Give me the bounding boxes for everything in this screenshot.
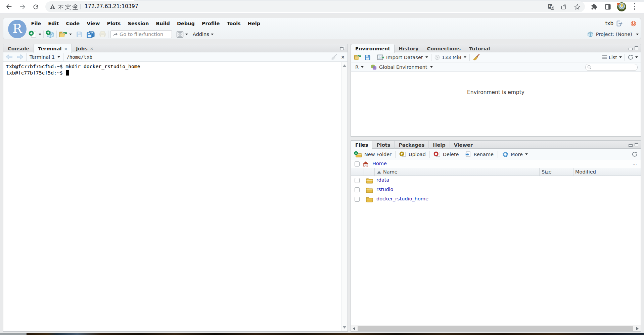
terminal-close-icon[interactable]: × xyxy=(341,54,345,60)
browser-menu-button[interactable] xyxy=(633,3,637,11)
share-icon[interactable] xyxy=(560,3,567,10)
maximize-panel-icon[interactable] xyxy=(635,143,638,146)
tab-jobs[interactable]: Jobs × xyxy=(72,44,98,53)
menu-profile[interactable]: Profile xyxy=(198,21,223,26)
refresh-environment-icon[interactable] xyxy=(628,54,634,60)
tab-help[interactable]: Help xyxy=(429,141,450,149)
new-project-button[interactable]: R xyxy=(46,30,54,38)
scroll-up-icon[interactable] xyxy=(343,64,346,67)
files-horizontal-scrollbar[interactable] xyxy=(351,325,641,331)
breadcrumb-home-link[interactable]: Home xyxy=(372,161,387,166)
tab-plots[interactable]: Plots xyxy=(372,141,395,149)
tab-console[interactable]: Console xyxy=(3,44,34,53)
tab-tutorial[interactable]: Tutorial xyxy=(465,44,494,53)
tab-jobs-close-icon[interactable]: × xyxy=(90,46,94,51)
clear-objects-icon[interactable] xyxy=(473,54,480,61)
file-link[interactable]: docker_rstudio_home xyxy=(376,196,428,201)
browser-back-button[interactable] xyxy=(4,2,14,11)
file-row-rstudio[interactable]: rstudio xyxy=(351,185,641,195)
menu-help[interactable]: Help xyxy=(244,21,264,26)
terminal-vertical-scrollbar[interactable] xyxy=(341,62,348,331)
menu-plots[interactable]: Plots xyxy=(103,21,124,26)
file-link[interactable]: rdata xyxy=(376,177,389,183)
menu-file[interactable]: File xyxy=(28,21,45,26)
terminal-forward-icon[interactable] xyxy=(16,54,24,60)
browser-side-panel-button[interactable] xyxy=(603,2,612,11)
sort-ascending-icon[interactable] xyxy=(377,171,381,174)
menu-build[interactable]: Build xyxy=(152,21,174,26)
load-workspace-icon[interactable] xyxy=(354,54,362,60)
language-selector[interactable]: R xyxy=(355,64,359,70)
environment-scope-button[interactable]: Global Environment xyxy=(377,64,432,70)
browser-forward-button[interactable] xyxy=(18,2,27,11)
new-file-button[interactable] xyxy=(29,31,41,38)
file-link[interactable]: rstudio xyxy=(376,187,394,192)
save-button[interactable] xyxy=(76,31,83,38)
terminal-back-icon[interactable] xyxy=(6,54,13,60)
list-view-label[interactable]: List xyxy=(609,55,617,60)
bookmark-star-icon[interactable] xyxy=(574,3,581,10)
browser-address-bar[interactable]: 172.27.63.21:10397 G xyxy=(45,1,585,12)
menu-code[interactable]: Code xyxy=(62,21,83,26)
tab-history[interactable]: History xyxy=(395,44,423,53)
goto-file-search[interactable] xyxy=(110,30,172,38)
maximize-panel-icon[interactable] xyxy=(635,46,638,50)
column-size[interactable]: Size xyxy=(542,169,552,175)
menu-edit[interactable]: Edit xyxy=(45,21,62,26)
column-name[interactable]: Name xyxy=(383,169,398,175)
tab-files[interactable]: Files xyxy=(351,141,372,149)
tab-terminal[interactable]: Terminal × xyxy=(34,44,72,53)
delete-button[interactable]: Delete xyxy=(433,151,459,157)
rename-button[interactable]: Rename xyxy=(464,151,494,157)
minimize-panel-icon[interactable] xyxy=(629,144,633,147)
tab-packages[interactable]: Packages xyxy=(395,141,429,149)
environment-search-box[interactable] xyxy=(585,64,638,71)
import-dataset-button[interactable]: Import Dataset xyxy=(377,54,428,60)
row-checkbox[interactable] xyxy=(355,178,360,183)
row-checkbox[interactable] xyxy=(355,187,360,192)
browser-extensions-button[interactable] xyxy=(590,2,599,11)
new-folder-button[interactable]: New Folder xyxy=(354,151,392,158)
save-all-button[interactable] xyxy=(86,31,95,38)
menu-debug[interactable]: Debug xyxy=(174,21,198,26)
terminal-content[interactable]: txb@fc77bf75cf5d:~$ mkdir docker_rstudio… xyxy=(3,62,348,332)
quit-session-icon[interactable] xyxy=(630,20,637,27)
scroll-right-icon[interactable] xyxy=(636,327,639,330)
panes-layout-button[interactable] xyxy=(176,31,188,38)
terminal-selector[interactable]: Terminal 1 xyxy=(30,54,55,60)
scroll-left-icon[interactable] xyxy=(353,327,355,330)
save-workspace-icon[interactable] xyxy=(365,54,371,60)
breadcrumb-ellipsis[interactable]: ... xyxy=(633,160,637,165)
sign-out-icon[interactable] xyxy=(616,20,623,27)
open-file-button[interactable] xyxy=(59,31,72,38)
select-all-checkbox[interactable] xyxy=(355,161,360,166)
terminal-clear-icon[interactable] xyxy=(331,54,337,60)
row-checkbox[interactable] xyxy=(355,197,360,202)
browser-reload-button[interactable] xyxy=(31,2,40,11)
translate-icon[interactable]: G xyxy=(548,3,554,10)
file-row-docker-rstudio-home[interactable]: docker_rstudio_home xyxy=(351,195,641,204)
browser-profile-avatar[interactable] xyxy=(617,2,626,11)
refresh-files-icon[interactable] xyxy=(632,151,638,157)
menu-session[interactable]: Session xyxy=(124,21,152,26)
menu-view[interactable]: View xyxy=(83,21,103,26)
goto-file-input[interactable] xyxy=(120,32,170,37)
tab-viewer[interactable]: Viewer xyxy=(450,141,477,149)
addins-button[interactable]: Addins xyxy=(188,32,214,37)
not-secure-label[interactable] xyxy=(58,4,79,10)
memory-usage-button[interactable]: 133 MiB xyxy=(434,55,467,60)
print-button[interactable] xyxy=(99,31,106,38)
more-button[interactable]: More xyxy=(502,151,528,158)
minimize-panel-icon[interactable] xyxy=(629,48,633,50)
tab-environment[interactable]: Environment xyxy=(351,44,395,53)
scroll-down-icon[interactable] xyxy=(343,326,346,329)
file-row-rdata[interactable]: rdata xyxy=(351,176,641,185)
tab-connections[interactable]: Connections xyxy=(423,44,465,53)
scrollbar-thumb[interactable] xyxy=(358,326,633,331)
menu-tools[interactable]: Tools xyxy=(223,21,244,26)
panel-restore-icon[interactable] xyxy=(340,46,345,50)
upload-button[interactable]: Upload xyxy=(399,151,426,157)
tab-terminal-close-icon[interactable]: × xyxy=(64,47,67,51)
column-modified[interactable]: Modified xyxy=(575,169,596,175)
address-url[interactable]: 172.27.63.21:10397 xyxy=(85,3,138,9)
